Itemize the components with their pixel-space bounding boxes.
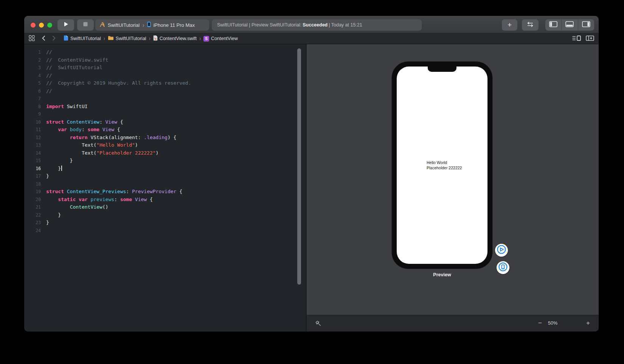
back-chevron-icon	[42, 36, 45, 42]
run-button[interactable]	[57, 19, 74, 31]
preview-text-line: Placeholder 222222	[427, 166, 462, 171]
code-line: }	[46, 172, 295, 180]
toolbar: SwiftUITutorial › iPhone 11 Pro Max Swif…	[24, 16, 599, 33]
preview-rendered-text: Hello World Placeholder 222222	[427, 160, 462, 170]
related-items-icon	[29, 35, 35, 42]
live-preview-icon	[497, 245, 506, 256]
scheme-project-label: SwiftUITutorial	[108, 22, 140, 28]
navigator-panel-icon	[549, 21, 557, 29]
code-line: }	[46, 211, 295, 219]
swap-editors-icon	[526, 22, 534, 29]
status-text-right: | Today at 15:21	[329, 22, 362, 28]
preview-on-device-icon	[498, 262, 508, 273]
project-app-icon	[99, 22, 106, 29]
preview-title: Preview	[391, 272, 493, 277]
breadcrumb-separator: ›	[198, 35, 202, 42]
code-line: Text("Placeholder 222222")	[46, 149, 295, 157]
text-cursor	[61, 166, 62, 171]
preview-text-line: Hello World	[427, 160, 462, 166]
minimize-window-button[interactable]	[39, 23, 44, 28]
code-line: }	[46, 219, 295, 227]
breadcrumb-label: ContentView	[211, 36, 238, 41]
play-icon	[63, 21, 69, 29]
iphone-notch	[428, 67, 456, 72]
symbol-struct-icon: S	[203, 36, 209, 42]
editor-options-button[interactable]	[572, 35, 581, 42]
preview-on-device-button[interactable]	[497, 261, 509, 274]
code-editor[interactable]: 123456789101112131415161718192021222324 …	[24, 44, 306, 331]
panel-toggle-group	[545, 19, 594, 31]
activity-status-view: SwiftUITutorial | Preview SwiftUITutoria…	[212, 19, 422, 31]
iphone-preview-frame: Hello World Placeholder 222222	[391, 61, 493, 269]
code-line: // Copyright © 2019 Hungbv. All rights r…	[46, 79, 295, 87]
editor-scrollbar[interactable]	[297, 48, 301, 285]
code-line: struct ContentView: View {	[46, 118, 295, 126]
xcode-window: SwiftUITutorial › iPhone 11 Pro Max Swif…	[24, 16, 599, 331]
scheme-device-label: iPhone 11 Pro Max	[153, 22, 195, 28]
zoom-out-button[interactable]: −	[538, 319, 542, 327]
code-line: //	[46, 48, 295, 56]
breadcrumb-project[interactable]: SwiftUITutorial	[62, 35, 102, 42]
go-forward-button[interactable]	[49, 33, 59, 44]
scheme-selector[interactable]: SwiftUITutorial › iPhone 11 Pro Max	[95, 19, 209, 31]
pin-icon	[315, 322, 322, 328]
jump-bar: SwiftUITutorial › SwiftUITutorial › Cont…	[24, 33, 599, 44]
live-preview-button[interactable]	[495, 244, 508, 257]
line-numbers[interactable]: 123456789101112131415161718192021222324	[24, 48, 41, 234]
preview-canvas: Hello World Placeholder 222222 Preview	[307, 44, 599, 315]
plus-icon: +	[508, 21, 512, 29]
code-line: }	[46, 165, 295, 173]
zoom-in-button[interactable]: +	[586, 319, 590, 327]
scheme-separator: ›	[142, 22, 145, 29]
code-line	[46, 227, 295, 235]
close-window-button[interactable]	[31, 23, 36, 28]
breadcrumb-separator: ›	[148, 35, 152, 42]
code-line: static var previews: some View {	[46, 196, 295, 204]
code-lines[interactable]: //// ContentView.swift// SwiftUITutorial…	[46, 48, 295, 234]
code-line	[46, 110, 295, 118]
toggle-debug-area-button[interactable]	[561, 19, 577, 31]
swift-file-icon	[153, 35, 158, 42]
add-editor-button[interactable]	[586, 35, 594, 42]
library-add-button[interactable]: +	[502, 19, 517, 31]
code-line: var body: some View {	[46, 126, 295, 134]
stop-button[interactable]	[77, 19, 94, 31]
breadcrumb-group[interactable]: SwiftUITutorial	[106, 36, 148, 42]
jump-bar-right-controls	[572, 33, 594, 44]
toggle-navigator-button[interactable]	[545, 19, 561, 31]
stop-icon	[83, 22, 88, 28]
folder-icon	[108, 36, 114, 42]
breadcrumb-symbol[interactable]: S ContentView	[202, 36, 239, 42]
status-text-result: Succeeded	[301, 22, 329, 28]
zoom-level-label: 50%	[548, 321, 557, 326]
device-icon	[147, 22, 151, 28]
breadcrumb-label: ContentView.swift	[160, 36, 197, 41]
breadcrumb-file[interactable]: ContentView.swift	[152, 35, 198, 42]
canvas-bottom-bar: − 50% +	[307, 315, 599, 331]
zoom-window-button[interactable]	[47, 23, 52, 28]
code-line: struct ContentView_Previews: PreviewProv…	[46, 188, 295, 196]
breadcrumb-label: SwiftUITutorial	[116, 36, 146, 41]
debug-area-panel-icon	[565, 21, 574, 29]
code-line: }	[46, 157, 295, 165]
go-back-button[interactable]	[39, 33, 49, 44]
forward-chevron-icon	[52, 36, 56, 42]
code-line: //	[46, 87, 295, 95]
code-line	[46, 95, 295, 103]
toggle-inspector-button[interactable]	[578, 19, 594, 31]
code-line: Text("Hello World")	[46, 141, 295, 149]
code-line: import SwiftUI	[46, 103, 295, 111]
code-line	[46, 180, 295, 188]
breadcrumb-label: SwiftUITutorial	[70, 36, 101, 41]
inspector-panel-icon	[582, 21, 590, 29]
iphone-screen: Hello World Placeholder 222222	[397, 67, 487, 264]
code-line: // ContentView.swift	[46, 56, 295, 64]
related-items-button[interactable]	[24, 33, 39, 44]
project-file-icon	[64, 35, 68, 42]
pin-preview-button[interactable]	[315, 320, 322, 329]
code-line: //	[46, 72, 295, 80]
code-line: return VStack(alignment: .leading) {	[46, 134, 295, 142]
code-line: // SwiftUITutorial	[46, 64, 295, 72]
swap-editors-button[interactable]	[522, 19, 539, 31]
status-text-left: SwiftUITutorial | Preview SwiftUITutoria…	[217, 22, 301, 28]
